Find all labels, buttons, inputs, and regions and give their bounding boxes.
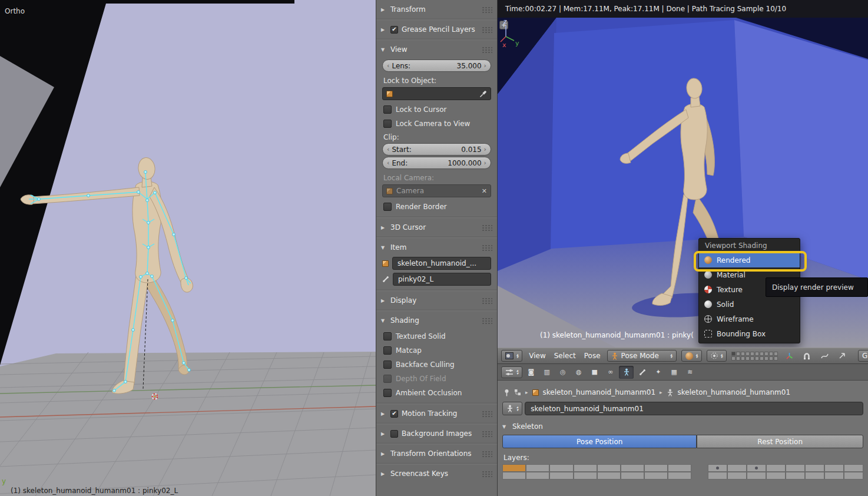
panel-header-3d-cursor[interactable]: ▶ 3D Cursor [376, 221, 497, 234]
panel-grip-icon[interactable] [482, 27, 492, 33]
layer-toggle[interactable] [597, 472, 621, 480]
viewport-canvas[interactable] [0, 0, 376, 496]
clip-start-slider[interactable]: ‹ Start: 0.015 › [382, 143, 491, 156]
textured-solid-checkbox[interactable]: ✔ [383, 332, 392, 340]
layer-toggle[interactable] [747, 464, 766, 472]
render-border-checkbox[interactable]: ✔ [383, 203, 392, 211]
layer-toggle[interactable] [549, 464, 573, 472]
layer-toggle[interactable] [708, 464, 727, 472]
layer-toggle[interactable] [621, 472, 644, 480]
background-images-checkbox[interactable]: ✔ [390, 430, 398, 438]
layer-toggle[interactable] [574, 472, 597, 480]
tab-physics-icon[interactable]: ≋ [683, 366, 697, 379]
pin-icon[interactable] [503, 389, 510, 396]
manipulator-button[interactable] [783, 350, 796, 362]
orientation-dropdown[interactable]: Global ▴▾ [858, 350, 868, 362]
rest-position-button[interactable]: Rest Position [697, 435, 863, 448]
tab-object-data-icon[interactable] [619, 366, 634, 379]
panel-header-shading[interactable]: ▼ Shading [376, 314, 497, 327]
slider-increase-icon[interactable]: › [484, 160, 486, 166]
slider-increase-icon[interactable]: › [484, 62, 486, 69]
menu-item-bounding-box[interactable]: Bounding Box [699, 326, 800, 341]
datablock-name-input[interactable]: skeleton_humanoid_humanm01 [525, 402, 863, 415]
render-border-row[interactable]: ✔ Render Border [383, 201, 490, 211]
layer-toggle[interactable] [727, 464, 747, 472]
browse-context-icon[interactable] [514, 389, 521, 396]
tab-object-icon[interactable]: ■ [587, 366, 602, 379]
panel-header-transform-orientations[interactable]: ▶ Transform Orientations [376, 447, 497, 460]
backface-culling-checkbox[interactable]: ✔ [383, 361, 392, 369]
bone-name-field[interactable]: pinky02_L [393, 273, 491, 286]
object-name-field[interactable]: skeleton_humanoid_... [392, 257, 491, 270]
viewport-shading-dropdown[interactable]: ▴▾ [681, 350, 702, 362]
depth-of-field-row[interactable]: ✔ Depth Of Field [383, 373, 490, 383]
pose-menu[interactable]: Pose [582, 352, 602, 360]
opengl-render-button[interactable] [836, 350, 849, 362]
panel-header-view[interactable]: ▼ View [376, 43, 497, 56]
ambient-occlusion-checkbox[interactable]: ✔ [383, 389, 392, 397]
view-menu[interactable]: View [527, 352, 547, 360]
layer-toggle[interactable] [526, 472, 549, 480]
backface-culling-row[interactable]: ✔ Backface Culling [383, 359, 490, 369]
render-canvas[interactable] [498, 18, 868, 348]
panel-grip-icon[interactable] [482, 244, 492, 251]
lock-camera-row[interactable]: ✔ Lock Camera to View [383, 118, 490, 128]
menu-item-wireframe[interactable]: Wireframe [699, 312, 800, 326]
slider-decrease-icon[interactable]: ‹ [387, 62, 389, 69]
layer-toggle[interactable] [844, 464, 863, 472]
tab-material-icon[interactable]: ✦ [651, 366, 665, 379]
tab-bone-icon[interactable] [635, 366, 650, 379]
panel-header-display[interactable]: ▶ Display [376, 294, 497, 307]
panel-header-item[interactable]: ▼ Item [376, 241, 497, 254]
motion-tracking-checkbox[interactable]: ✔ [390, 410, 398, 418]
layer-toggle[interactable] [668, 464, 691, 472]
breadcrumb-data-name[interactable]: skeleton_humanoid_humanm01 [678, 388, 791, 396]
panel-grip-icon[interactable] [482, 471, 492, 477]
slider-decrease-icon[interactable]: ‹ [387, 146, 389, 153]
layer-toggle[interactable] [621, 464, 644, 472]
panel-grip-icon[interactable] [482, 224, 492, 231]
layer-toggle[interactable] [668, 472, 691, 480]
snap-button[interactable] [800, 350, 813, 362]
panel-grip-icon[interactable] [482, 431, 492, 437]
pose-position-button[interactable]: Pose Position [502, 435, 697, 448]
layer-toggle[interactable] [644, 464, 668, 472]
layer-toggle[interactable] [766, 464, 786, 472]
layer-toggle[interactable] [549, 472, 573, 480]
lock-to-cursor-row[interactable]: ✔ Lock to Cursor [383, 104, 490, 114]
layer-toggle[interactable] [766, 472, 786, 480]
tab-texture-icon[interactable]: ▦ [667, 366, 681, 379]
panel-header-screencast-keys[interactable]: ▶ Screencast Keys [376, 467, 497, 480]
layer-toggle[interactable] [526, 464, 549, 472]
panel-header-transform[interactable]: ▶ Transform [376, 3, 497, 16]
grease-pencil-checkbox[interactable]: ✔ [390, 26, 398, 34]
panel-grip-icon[interactable] [482, 297, 492, 304]
slider-increase-icon[interactable]: › [484, 146, 486, 153]
rendered-3d-viewport[interactable]: + z x y (1) skeleton_humanoid_humanm01 :… [498, 18, 868, 348]
panel-grip-icon[interactable] [482, 451, 492, 457]
proportional-edit-button[interactable] [818, 350, 831, 362]
layer-toggle[interactable] [708, 472, 727, 480]
layer-toggle[interactable] [644, 472, 668, 480]
layer-toggle[interactable] [844, 472, 863, 480]
layer-toggle[interactable] [727, 472, 747, 480]
eyedropper-icon[interactable] [479, 90, 487, 98]
layer-toggle[interactable] [786, 464, 805, 472]
breadcrumb-object-name[interactable]: skeleton_humanoid_humanm01 [543, 388, 656, 396]
layer-toggle[interactable] [805, 472, 824, 480]
layers-widget[interactable] [731, 352, 778, 361]
tab-render-icon[interactable]: ◙ [524, 366, 538, 379]
menu-item-solid[interactable]: Solid [699, 297, 800, 312]
panel-header-background-images[interactable]: ▶ ✔ Background Images [376, 427, 497, 440]
layer-toggle[interactable] [574, 464, 597, 472]
lens-slider[interactable]: ‹ Lens: 35.000 › [382, 59, 491, 72]
tab-constraints-icon[interactable]: ∞ [603, 366, 618, 379]
depth-of-field-checkbox[interactable]: ✔ [383, 375, 392, 383]
panel-grip-icon[interactable] [482, 411, 492, 417]
layer-toggle[interactable] [805, 464, 824, 472]
pivot-dropdown[interactable]: ▴▾ [707, 350, 727, 362]
layer-toggle[interactable] [747, 472, 766, 480]
mode-dropdown[interactable]: Pose Mode ▴▾ [607, 350, 677, 362]
lock-camera-checkbox[interactable]: ✔ [383, 120, 392, 128]
clear-icon[interactable]: ✕ [482, 187, 487, 195]
